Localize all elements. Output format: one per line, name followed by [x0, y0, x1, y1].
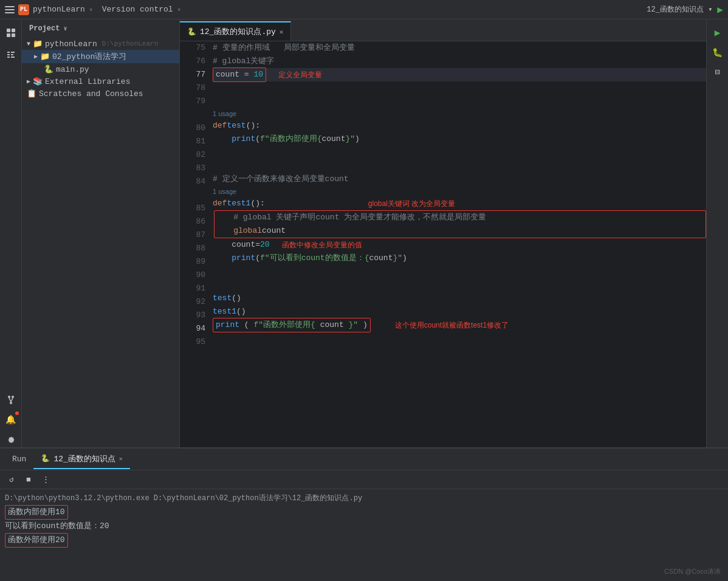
code-editor[interactable]: 75 76 77 78 79 · 80 81 82 83 84 · 85 86 …	[180, 41, 706, 447]
svg-rect-1	[12, 29, 15, 32]
output-result-2: 可以看到count的数值是：20	[5, 520, 109, 533]
file-tree-content: ▼ 📁 pythonLearn D:\pythonLearn ▶ 📁 02_py…	[22, 36, 179, 447]
run-icon[interactable]: ▶	[717, 4, 723, 16]
indent-88	[213, 238, 232, 252]
file-tree-header: Project ∨	[22, 19, 179, 36]
debug-icon[interactable]: 🐛	[709, 44, 726, 61]
more-btn[interactable]: ⋮	[39, 473, 52, 486]
ln-91: 91	[196, 282, 205, 295]
ln-75: 75	[196, 41, 205, 55]
fstr-81b: }"	[345, 132, 355, 146]
ln-79: 79	[196, 95, 205, 108]
indent-81	[213, 132, 232, 146]
bottom-tab-close-icon[interactable]: ✕	[119, 455, 123, 462]
run-output: D:\python\python3.12.2\python.exe D:\pyt…	[0, 489, 728, 581]
project-chevron-icon[interactable]: ∨	[63, 25, 67, 32]
tab-close-icon[interactable]: ✕	[280, 28, 284, 36]
output-line-1: 函数内部使用10	[5, 505, 723, 520]
fstr-94b: }"	[349, 320, 359, 329]
kw-def-80: def	[213, 119, 227, 132]
code-line-92: test ()	[213, 292, 706, 305]
ln-88: 88	[196, 242, 205, 255]
ln-80: 80	[196, 122, 205, 135]
scratches-label: Scratches and Consoles	[39, 89, 143, 98]
tree-item-02python[interactable]: ▶ 📁 02_python语法学习	[22, 50, 179, 63]
version-control-label[interactable]: Version control	[102, 5, 173, 14]
punc-89a: (	[255, 252, 260, 265]
tree-item-mainpy[interactable]: 🐍 main.py	[22, 63, 179, 75]
tree-item-pythonlearn[interactable]: ▼ 📁 pythonLearn D:\pythonLearn	[22, 38, 179, 50]
code-77-op: =	[244, 70, 254, 79]
stop-btn[interactable]: ■	[22, 473, 35, 486]
svg-rect-2	[7, 33, 10, 37]
project-label: Project	[29, 24, 60, 33]
punc-92: ()	[232, 292, 241, 305]
code-86-text: # global 关键子声明count 为全局变量才能修改，不然就是局部变量	[233, 211, 486, 224]
py-icon-main: 🐍	[44, 64, 53, 74]
fstr-89b: }"	[393, 252, 402, 265]
red-block-8687: # global 关键子声明count 为全局变量才能修改，不然就是局部变量 g…	[214, 210, 706, 238]
top-bar-right: 12_函数的知识点 ▾ ▶	[647, 4, 723, 16]
expand-icon-ext: ▶	[27, 78, 30, 85]
punc-89b: )	[402, 252, 407, 265]
tab-name-label: 12_函数的知识点.py	[200, 26, 276, 37]
code-line-84: # 定义一个函数来修改全局变量count	[213, 173, 706, 186]
code-94-box: print ( f"函数外部使用{ count }" )	[213, 318, 371, 332]
git-icon[interactable]	[2, 391, 19, 408]
svg-point-5	[12, 396, 14, 398]
code-line-78	[213, 81, 706, 95]
top-bar: PL pythonLearn ▾ Version control ▾ 12_函数…	[0, 0, 728, 19]
ln-87: 87	[196, 229, 205, 242]
csdn-watermark: CSDN @Coco涛涛	[664, 567, 721, 576]
output-cmd-text: D:\python\python3.12.2\python.exe D:\pyt…	[5, 492, 362, 505]
code-94-annotation: 这个使用count就被函数test1修改了	[395, 318, 509, 332]
tree-item-extlibs[interactable]: ▶ 📚 External Libraries	[22, 75, 179, 88]
code-line-83	[213, 159, 706, 173]
file-indicator-label[interactable]: 12_函数的知识点 ▾	[647, 4, 712, 15]
layers-icon[interactable]: ⊟	[709, 63, 726, 80]
fstr-94a: f"函数外部使用{	[253, 320, 315, 329]
rerun-btn[interactable]: ↺	[5, 473, 18, 486]
tree-item-scratches[interactable]: 📋 Scratches and Consoles	[22, 88, 179, 100]
fn-test: test	[227, 119, 246, 132]
ln-86: 86	[196, 215, 205, 229]
punc-80: ():	[246, 119, 260, 132]
sidebar-icons: 🔔	[0, 19, 22, 447]
hamburger-icon[interactable]	[5, 6, 15, 13]
code-77-annotation: 定义全局变量	[278, 68, 322, 81]
output-cmd-line: D:\python\python3.12.2\python.exe D:\pyt…	[5, 492, 723, 505]
mainpy-label: main.py	[56, 65, 89, 74]
app-logo: PL	[18, 4, 29, 15]
run-sidebar-icon[interactable]: ▶	[709, 24, 726, 41]
code-line-81: print ( f"函数内部使用{ count }" )	[213, 132, 706, 146]
code-line-91	[213, 278, 706, 292]
tab-12functions[interactable]: 🐍 12_函数的知识点.py ✕	[180, 21, 291, 41]
code-75-text: # 变量的作用域 局部变量和全局变量	[213, 41, 355, 55]
bottom-panel: Run 🐍 12_函数的知识点 ✕ ↺ ■ ⋮ D:\python\python…	[0, 447, 728, 581]
settings-icon[interactable]	[2, 430, 19, 447]
bottom-tab-name: 12_函数的知识点	[53, 453, 115, 464]
app-dropdown-icon[interactable]: ▾	[89, 5, 94, 15]
right-sidebar-icons: ▶ 🐛 ⊟	[706, 19, 728, 447]
fn-test1: test1	[227, 197, 250, 210]
bottom-tab-12functions[interactable]: 🐍 12_函数的知识点 ✕	[33, 450, 129, 469]
scratches-icon: 📋	[27, 89, 36, 98]
var-count-81: count	[321, 132, 345, 146]
ln-95: 95	[196, 335, 205, 349]
ln-78: 78	[196, 81, 205, 95]
run-label[interactable]: Run	[5, 455, 33, 464]
structure-icon[interactable]	[2, 46, 19, 63]
code-lines: # 变量的作用域 局部变量和全局变量 # global关键字 count = 1…	[210, 41, 706, 447]
version-control-dropdown-icon[interactable]: ▾	[177, 5, 182, 15]
svg-line-8	[11, 398, 13, 402]
output-line-2: 可以看到count的数值是：20	[5, 520, 723, 533]
tab-bar: 🐍 12_函数的知识点.py ✕	[180, 19, 706, 41]
print-94: print	[216, 320, 239, 329]
project-icon[interactable]	[2, 24, 19, 41]
bottom-tab-py-icon: 🐍	[41, 454, 50, 463]
ln-90: 90	[196, 269, 205, 282]
code-line-85: def test1 (): global关键词 改为全局变量	[213, 197, 706, 210]
notification-icon[interactable]: 🔔	[2, 411, 19, 428]
folder-icon: 📁	[33, 39, 43, 49]
bottom-toolbar: ↺ ■ ⋮	[0, 470, 728, 489]
